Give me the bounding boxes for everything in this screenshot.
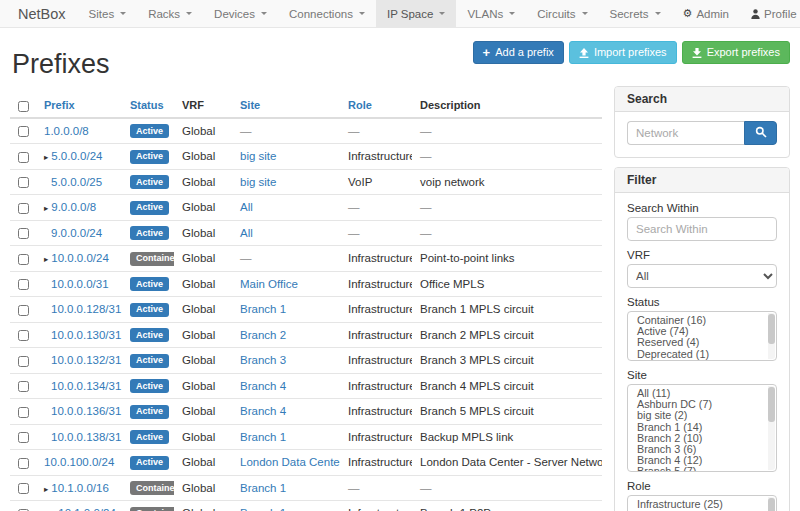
site-link[interactable]: Branch 1 xyxy=(240,482,286,494)
site-link[interactable]: Branch 2 xyxy=(240,329,286,341)
search-input[interactable] xyxy=(627,121,744,145)
status-option[interactable]: Container (16) xyxy=(628,315,776,326)
vrf-select[interactable]: All xyxy=(627,264,777,288)
table-row: 10.0.0.132/31ActiveGlobalBranch 3Infrast… xyxy=(10,348,602,374)
site-link[interactable]: big site xyxy=(240,176,276,188)
row-checkbox[interactable] xyxy=(18,228,29,239)
prefix-link[interactable]: 1.0.0.0/8 xyxy=(44,125,89,137)
button-label: Export prefixes xyxy=(707,47,780,58)
site-link[interactable]: Branch 1 xyxy=(240,303,286,315)
nav-item-profile[interactable]: Profile xyxy=(740,0,800,27)
site-option[interactable]: Branch 5 (7) xyxy=(628,466,776,472)
empty-value: — xyxy=(348,482,360,494)
site-option[interactable]: Branch 3 (6) xyxy=(628,444,776,455)
brand-link[interactable]: NetBox xyxy=(6,0,78,27)
import-prefixes-button[interactable]: Import prefixes xyxy=(569,41,677,64)
prefix-link[interactable]: 10.0.0.128/31 xyxy=(51,303,121,315)
site-option[interactable]: Ashburn DC (7) xyxy=(628,399,776,410)
prefix-link[interactable]: 10.0.0.0/24 xyxy=(51,252,109,264)
row-checkbox[interactable] xyxy=(18,458,29,469)
site-link[interactable]: Main Office xyxy=(240,278,298,290)
nav-item-vlans[interactable]: VLANs xyxy=(456,0,526,27)
prefix-link[interactable]: 10.1.0.0/24 xyxy=(58,507,116,511)
site-listbox[interactable]: All (11)Ashburn DC (7)big site (2)Branch… xyxy=(627,384,777,472)
prefix-link[interactable]: 10.0.0.132/31 xyxy=(51,354,121,366)
row-checkbox[interactable] xyxy=(18,279,29,290)
site-link[interactable]: All xyxy=(240,227,253,239)
site-link[interactable]: Branch 1 xyxy=(240,507,286,511)
site-option[interactable]: Branch 2 (10) xyxy=(628,433,776,444)
select-all-checkbox[interactable] xyxy=(18,101,29,112)
nav-item-label: Racks xyxy=(148,8,180,20)
nav-item-secrets[interactable]: Secrets xyxy=(599,0,672,27)
prefix-link[interactable]: 10.1.0.0/16 xyxy=(51,482,109,494)
site-option[interactable]: All (11) xyxy=(628,388,776,399)
site-scrollbar[interactable] xyxy=(768,386,775,470)
row-checkbox[interactable] xyxy=(18,407,29,418)
prefix-link[interactable]: 10.0.100.0/24 xyxy=(44,456,114,468)
row-checkbox[interactable] xyxy=(18,356,29,367)
prefix-link[interactable]: 10.0.0.0/31 xyxy=(51,278,109,290)
sort-link[interactable]: Status xyxy=(130,99,164,111)
row-checkbox[interactable] xyxy=(18,203,29,214)
prefix-link[interactable]: 5.0.0.0/24 xyxy=(51,150,102,162)
nav-item-devices[interactable]: Devices xyxy=(203,0,278,27)
prefix-link[interactable]: 9.0.0.0/8 xyxy=(51,201,96,213)
prefix-link[interactable]: 10.0.0.138/31 xyxy=(51,431,121,443)
status-option[interactable]: Active (74) xyxy=(628,326,776,337)
prefix-link[interactable]: 10.0.0.136/31 xyxy=(51,405,121,417)
status-option[interactable]: Deprecated (1) xyxy=(628,349,776,360)
nav-item-racks[interactable]: Racks xyxy=(137,0,203,27)
search-within-input[interactable] xyxy=(627,217,777,241)
site-link[interactable]: All xyxy=(240,201,253,213)
status-badge: Active xyxy=(130,150,169,164)
row-checkbox[interactable] xyxy=(18,305,29,316)
empty-value: — xyxy=(240,252,252,264)
user-icon xyxy=(751,9,760,19)
plus-icon: + xyxy=(483,48,491,57)
column-header-prefix[interactable]: Prefix xyxy=(36,94,122,118)
column-header-role[interactable]: Role xyxy=(340,94,412,118)
nav-item-connections[interactable]: Connections xyxy=(278,0,376,27)
row-checkbox[interactable] xyxy=(18,254,29,265)
row-checkbox[interactable] xyxy=(18,432,29,443)
nav-item-ip-space[interactable]: IP Space xyxy=(376,0,456,27)
column-header-site[interactable]: Site xyxy=(232,94,340,118)
sort-link[interactable]: Role xyxy=(348,99,372,111)
prefix-link[interactable]: 10.0.0.134/31 xyxy=(51,380,121,392)
status-scrollbar[interactable] xyxy=(768,313,775,359)
row-checkbox[interactable] xyxy=(18,483,29,494)
nav-item-circuits[interactable]: Circuits xyxy=(526,0,598,27)
role-scrollbar[interactable] xyxy=(768,497,775,511)
sort-link[interactable]: Site xyxy=(240,99,260,111)
site-option[interactable]: big site (2) xyxy=(628,410,776,421)
row-checkbox[interactable] xyxy=(18,177,29,188)
site-option[interactable]: Branch 4 (12) xyxy=(628,455,776,466)
row-checkbox[interactable] xyxy=(18,381,29,392)
prefix-link[interactable]: 5.0.0.0/25 xyxy=(51,176,102,188)
site-link[interactable]: Branch 4 xyxy=(240,380,286,392)
nav-item-label: Sites xyxy=(89,8,115,20)
site-link[interactable]: Branch 1 xyxy=(240,431,286,443)
row-checkbox[interactable] xyxy=(18,330,29,341)
add-a-prefix-button[interactable]: +Add a prefix xyxy=(473,41,564,64)
column-header-status[interactable]: Status xyxy=(122,94,174,118)
nav-item-sites[interactable]: Sites xyxy=(78,0,138,27)
site-link[interactable]: Branch 4 xyxy=(240,405,286,417)
row-checkbox[interactable] xyxy=(18,152,29,163)
status-option[interactable]: Reserved (4) xyxy=(628,337,776,348)
site-option[interactable]: Branch 1 (14) xyxy=(628,422,776,433)
sort-link[interactable]: Prefix xyxy=(44,99,75,111)
search-button[interactable] xyxy=(744,121,777,145)
role-option[interactable]: Infrastructure (25) xyxy=(628,499,776,510)
site-link[interactable]: London Data Center xyxy=(240,456,340,468)
role-listbox[interactable]: Infrastructure (25)Management (8)Private… xyxy=(627,495,777,511)
status-listbox[interactable]: Container (16)Active (74)Reserved (4)Dep… xyxy=(627,311,777,361)
prefix-link[interactable]: 10.0.0.130/31 xyxy=(51,329,121,341)
row-checkbox[interactable] xyxy=(18,126,29,137)
export-prefixes-button[interactable]: Export prefixes xyxy=(682,41,790,64)
site-link[interactable]: big site xyxy=(240,150,276,162)
nav-item-admin[interactable]: ⚙Admin xyxy=(672,0,740,27)
site-link[interactable]: Branch 3 xyxy=(240,354,286,366)
prefix-link[interactable]: 9.0.0.0/24 xyxy=(51,227,102,239)
